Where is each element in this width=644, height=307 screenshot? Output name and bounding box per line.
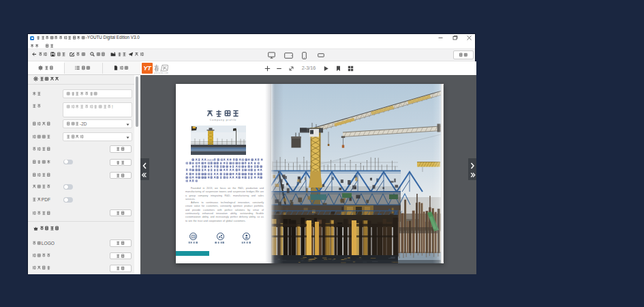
svg-text:20: 20 [192,235,195,238]
